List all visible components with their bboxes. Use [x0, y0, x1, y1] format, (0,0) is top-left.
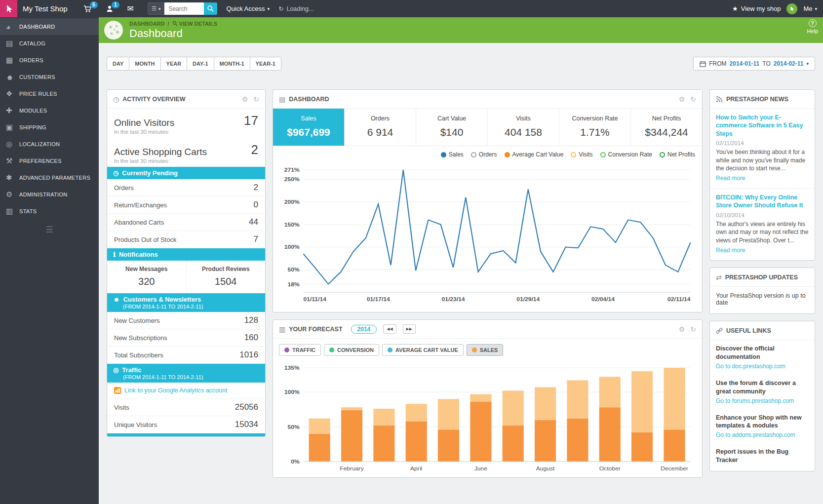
doc-link[interactable]: Go to doc.prestashop.com: [716, 363, 809, 370]
shop-name-link[interactable]: My Test Shop: [17, 4, 77, 13]
cursor-icon: [789, 6, 794, 12]
sidebar-item-label: ORDERS: [19, 57, 43, 63]
sidebar-item-customers[interactable]: ☻CUSTOMERS: [0, 69, 99, 85]
addons-link[interactable]: Go to addons.prestashop.com: [716, 431, 809, 438]
date-to-label: TO: [762, 60, 770, 67]
legend-average-cart-value[interactable]: Average Cart Value: [505, 151, 564, 158]
range-button-year-1[interactable]: YEAR-1: [250, 57, 281, 71]
calendar-icon: [700, 61, 706, 67]
gear-icon[interactable]: ⚙: [242, 95, 248, 103]
panel-title: YOUR FORECAST: [289, 326, 342, 333]
stat-label: Active Shopping Carts: [114, 147, 207, 157]
shop-logo[interactable]: [0, 0, 17, 17]
svg-text:June: June: [474, 465, 487, 471]
toggle-average-cart-value[interactable]: AVERAGE CART VALUE: [382, 344, 464, 356]
view-details-link[interactable]: VIEW DETAILS: [172, 21, 217, 27]
view-my-shop-link[interactable]: ★ View my shop: [732, 5, 781, 12]
gear-icon: ⚙: [6, 190, 19, 199]
row-value: 2: [254, 183, 258, 193]
row-label: Abandoned Carts: [114, 219, 164, 226]
refresh-icon[interactable]: ↻: [690, 325, 696, 333]
range-button-month-1[interactable]: MONTH-1: [214, 57, 250, 71]
svg-text:01/17/14: 01/17/14: [367, 296, 391, 302]
search-type-dropdown[interactable]: ☰▾: [148, 2, 164, 15]
article-title-link[interactable]: How to Switch your E-commerce Software i…: [716, 114, 809, 138]
breadcrumb-dashboard[interactable]: DASHBOARD: [129, 21, 165, 27]
toggle-sales[interactable]: SALES: [467, 344, 504, 356]
sidebar-item-shipping[interactable]: ▣SHIPPING: [0, 119, 99, 136]
kpi-cart-value[interactable]: Cart Value$140: [416, 109, 488, 146]
customers-badge: 1: [112, 1, 119, 8]
row-total-subscribers: Total Subscribers1016: [107, 347, 265, 364]
sidebar-collapse-button[interactable]: ☰: [0, 225, 99, 235]
time-toolbar: DAY MONTH YEAR DAY-1 MONTH-1 YEAR-1 FROM…: [107, 57, 815, 71]
legend-visits[interactable]: Visits: [571, 151, 592, 158]
search-button[interactable]: [204, 2, 217, 15]
sidebar-item-modules[interactable]: ✚MODULES: [0, 102, 99, 119]
gear-icon[interactable]: ⚙: [679, 325, 685, 333]
product-reviews-stat[interactable]: Product Reviews 1504: [187, 261, 266, 293]
kpi-visits[interactable]: Visits404 158: [488, 109, 559, 146]
svg-text:150%: 150%: [284, 222, 300, 227]
row-out-of-stock: Products Out of Stock7: [107, 231, 265, 248]
sidebar-item-stats[interactable]: ▥STATS: [0, 203, 99, 220]
forums-link[interactable]: Go to forums.prestashop.com: [716, 397, 809, 404]
kpi-value: $344,244: [633, 126, 700, 138]
legend-conversion-rate[interactable]: Conversion Rate: [600, 151, 652, 158]
range-button-month[interactable]: MONTH: [129, 57, 160, 71]
forecast-next-button[interactable]: ▶▶: [403, 324, 416, 334]
article-title-link[interactable]: BITCOIN: Why Every Online Store Owner Sh…: [716, 194, 809, 210]
link-title: Enhance your Shop with new templates & m…: [716, 414, 809, 430]
gear-icon[interactable]: ⚙: [679, 95, 685, 103]
new-messages-stat[interactable]: New Messages 320: [107, 261, 187, 293]
modules-icon: ✚: [6, 106, 19, 115]
kpi-sales[interactable]: Sales$967,699: [273, 109, 345, 146]
sidebar-item-advanced-parameters[interactable]: ✱ADVANCED PARAMETERS: [0, 169, 99, 186]
svg-text:December: December: [661, 465, 688, 471]
legend-dot: [505, 152, 510, 157]
sidebar-item-orders[interactable]: ▦ORDERS: [0, 52, 99, 69]
advanced-icon: ✱: [6, 173, 19, 182]
legend-sales[interactable]: Sales: [441, 151, 464, 158]
refresh-icon[interactable]: ↻: [253, 95, 259, 103]
range-button-year[interactable]: YEAR: [160, 57, 188, 71]
svg-text:August: August: [536, 465, 555, 471]
search-input[interactable]: [164, 2, 204, 15]
truck-icon: ▣: [6, 123, 19, 132]
refresh-icon[interactable]: ↻: [690, 95, 696, 103]
sidebar-item-preferences[interactable]: ⚒PREFERENCES: [0, 153, 99, 169]
legend-orders[interactable]: Orders: [471, 151, 497, 158]
legend-dot: [329, 348, 334, 352]
kpi-conversion-rate[interactable]: Conversion Rate1.71%: [559, 109, 631, 146]
sidebar-item-administration[interactable]: ⚙ADMINISTRATION: [0, 186, 99, 203]
google-analytics-link[interactable]: Link to your Google Analytics account: [107, 383, 265, 399]
sidebar-item-price-rules[interactable]: ❖PRICE RULES: [0, 85, 99, 102]
quick-access-dropdown[interactable]: Quick Access ▾: [226, 5, 270, 12]
svg-text:200%: 200%: [284, 199, 300, 204]
messages-button[interactable]: ✉: [120, 0, 141, 17]
cart-button[interactable]: 5: [77, 0, 99, 17]
read-more-link[interactable]: Read more: [716, 247, 745, 254]
toggle-traffic[interactable]: TRAFFIC: [279, 344, 321, 356]
read-more-link[interactable]: Read more: [716, 175, 745, 182]
sidebar-item-localization[interactable]: ◎LOCALIZATION: [0, 136, 99, 153]
me-dropdown[interactable]: Me ▾: [803, 5, 817, 12]
me-label: Me: [803, 5, 812, 12]
row-label: Products Out of Stock: [114, 236, 176, 243]
customers-button[interactable]: 1: [99, 0, 120, 17]
forecast-prev-button[interactable]: ◀◀: [383, 324, 396, 334]
range-button-day-1[interactable]: DAY-1: [187, 57, 214, 71]
sidebar-item-catalog[interactable]: ▤CATALOG: [0, 35, 99, 52]
avatar[interactable]: [786, 3, 797, 14]
range-button-day[interactable]: DAY: [107, 57, 129, 71]
date-range-button[interactable]: FROM 2014-01-11 TO 2014-02-11 ▾: [693, 57, 815, 71]
toggle-conversion[interactable]: CONVERSION: [324, 344, 379, 356]
active-carts-stat: Active Shopping Carts 2: [107, 138, 265, 157]
kpi-orders[interactable]: Orders6 914: [345, 109, 416, 146]
section-title: Notifications: [119, 251, 158, 258]
kpi-net-profits[interactable]: Net Profits$344,244: [631, 109, 702, 146]
sidebar-item-dashboard[interactable]: ◕DASHBOARD: [0, 18, 99, 35]
search-bar: ☰▾: [148, 2, 217, 15]
legend-net-profits[interactable]: Net Profits: [660, 151, 695, 158]
help-button[interactable]: ? Help: [807, 19, 818, 34]
